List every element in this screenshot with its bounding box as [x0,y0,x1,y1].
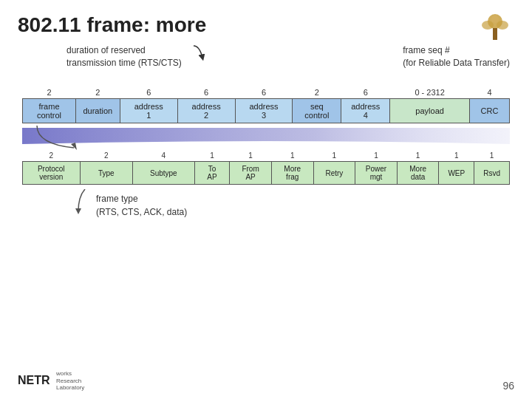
cell-seq-control: seqcontrol [293,99,341,123]
cell-type: Type [80,162,133,185]
svg-point-2 [497,21,508,30]
page-title: 802.11 frame: more [0,0,532,44]
lower-col-size-subtype: 4 [133,150,194,162]
cell-from-ap: FromAP [230,162,272,185]
lower-col-size-rsvd: 1 [474,150,510,162]
col-size-address4: 6 [341,86,390,99]
cell-frame-control: framecontrol [23,99,76,123]
lower-col-size-wep: 1 [439,150,474,162]
cell-address2: address2 [177,99,235,123]
svg-text:NETR: NETR [18,374,50,386]
cell-subtype: Subtype [133,162,194,185]
lower-col-size-more-data: 1 [397,150,439,162]
svg-point-1 [482,21,494,30]
col-size-frame-control: 2 [23,86,76,99]
col-size-crc: 4 [470,86,510,99]
frame-type-annotation: frame type (RTS, CTS, ACK, data) [22,189,510,219]
col-size-address3: 6 [235,86,293,99]
frame-type-text: frame type (RTS, CTS, ACK, data) [96,192,187,219]
svg-rect-3 [493,28,497,40]
lower-col-size-pv: 2 [23,150,81,162]
cell-crc: CRC [470,99,510,123]
footer-lab-text: works Research Laboratory [56,370,84,392]
lower-frame-table: 2 2 4 1 1 1 1 1 1 1 1 Protocolversion Ty… [22,150,510,185]
cell-rsvd: Rsvd [474,162,510,185]
footer-page-number: 96 [502,380,514,392]
cell-payload: payload [390,99,470,123]
upper-frame-table: 2 2 6 6 6 2 6 0 - 2312 4 framecontrol du… [22,86,510,123]
svg-marker-6 [75,208,81,214]
cell-address4: address4 [341,99,390,123]
lower-col-size-type: 2 [80,150,133,162]
lower-col-size-from-ap: 1 [230,150,272,162]
col-size-payload: 0 - 2312 [390,86,470,99]
ann-left: duration of reserved transmission time (… [66,44,182,69]
lower-col-size-retry: 1 [313,150,355,162]
cell-to-ap: ToAP [194,162,230,185]
lower-col-size-to-ap: 1 [194,150,230,162]
cell-duration: duration [75,99,120,123]
cell-retry: Retry [313,162,355,185]
logo [476,10,514,49]
footer-logo: NETR works Research Laboratory [18,370,84,392]
upper-annotations: duration of reserved transmission time (… [22,44,510,85]
col-size-duration: 2 [75,86,120,99]
col-size-address1: 6 [120,86,177,99]
frame-type-arrow-icon [74,189,96,216]
ribbon-decoration [22,128,510,144]
ann-right: frame seq # (for Reliable Data Transfer) [403,44,510,69]
cell-address3: address3 [235,99,293,123]
cell-address1: address1 [120,99,177,123]
cell-power-mgt: Powermgt [355,162,398,185]
lower-section: 2 2 4 1 1 1 1 1 1 1 1 Protocolversion Ty… [22,150,510,219]
cell-wep: WEP [439,162,474,185]
cell-pv: Protocolversion [23,162,81,185]
cell-more-frag: Morefrag [271,162,313,185]
footer: NETR works Research Laboratory 96 [0,370,532,392]
cell-more-data: Moredata [397,162,439,185]
curve-arrow-icon [30,122,89,151]
svg-point-4 [491,16,499,23]
svg-marker-5 [71,143,77,150]
col-size-seq-control: 2 [293,86,341,99]
netr-logo-icon: NETR [18,371,53,392]
lower-col-size-more-frag: 1 [271,150,313,162]
col-size-address2: 6 [177,86,235,99]
lower-col-size-power-mgt: 1 [355,150,398,162]
